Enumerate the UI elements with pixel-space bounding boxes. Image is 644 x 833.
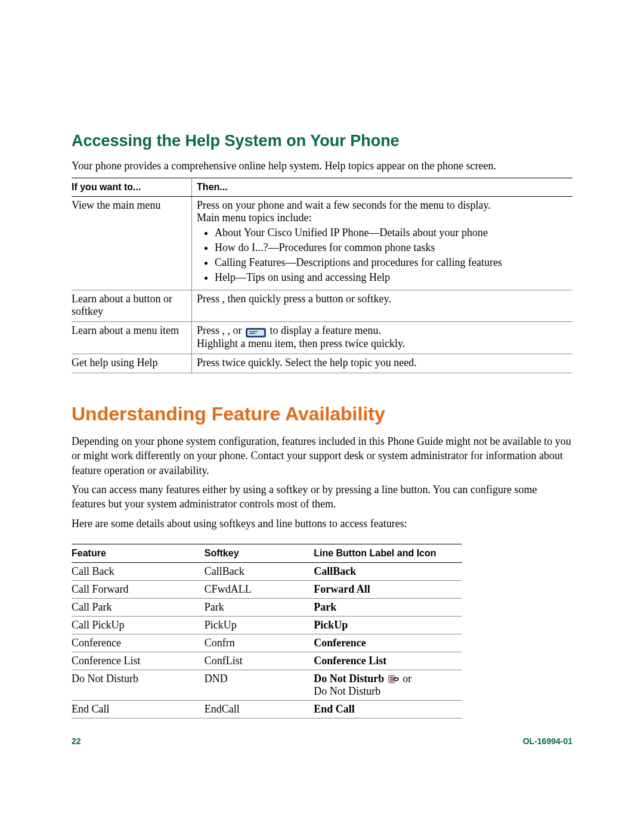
table-row: Learn about a menu item Press , , or [72,322,572,354]
feature-cell: Call PickUp [72,616,205,634]
help-row-left: Learn about a button or softkey [72,290,192,322]
text: Press [197,324,222,336]
text: Press [197,357,222,368]
softkey-cell: Confrn [205,634,314,652]
line-button-cell: Conference [314,634,462,652]
feature-cell: Call Park [72,598,205,616]
text: Press [197,293,222,305]
text: Press [197,199,222,211]
line-button-cell: Conference List [314,652,462,670]
help-row-left: View the main menu [72,197,192,290]
table-row: Learn about a button or softkey Press , … [72,290,572,322]
text: Highlight a menu item, then press [197,337,345,349]
feature-cell: Conference List [72,652,205,670]
list-item: About Your Cisco Unified IP Phone—Detail… [215,227,568,239]
line-button-cell: Park [314,598,462,616]
svg-rect-3 [249,333,255,335]
section-heading-help: Accessing the Help System on Your Phone [72,131,572,151]
help-row-right: Press , , or to display a feature me [192,322,572,354]
table-row: Call PickUpPickUpPickUp [72,616,462,634]
softkey-cell: ConfList [205,652,314,670]
feature-col: Feature [72,544,205,562]
table-row: View the main menu Press on your phone a… [72,197,572,290]
feature-cell: Call Back [72,562,205,580]
svg-rect-8 [390,680,394,682]
page-footer: 22 OL-16994-01 [72,736,572,746]
line-button-cell: Do Not Disturb orDo Not Disturb [314,670,462,700]
softkey-cell: DND [205,670,314,700]
line-button-cell: End Call [314,700,462,718]
availability-p1: Depending on your phone system configura… [72,434,572,478]
svg-rect-6 [390,677,394,678]
table-row: Conference ListConfListConference List [72,652,462,670]
features-table: Feature Softkey Line Button Label and Ic… [72,544,462,719]
softkey-cell: Park [205,598,314,616]
softkey-cell: PickUp [205,616,314,634]
svg-rect-1 [247,330,264,336]
text: , or [228,324,245,336]
document-page: Accessing the Help System on Your Phone … [0,0,644,770]
help-row-right: Press on your phone and wait a few secon… [192,197,572,290]
help-row-left: Learn about a menu item [72,322,192,354]
help-row-right: Press twice quickly. Select the help top… [192,354,572,373]
svg-rect-10 [395,679,398,680]
svg-rect-7 [390,679,394,680]
line-button-cell: Forward All [314,580,462,598]
help-col-if: If you want to... [72,178,192,197]
softkey-cell: CallBack [205,562,314,580]
help-row-right: Press , then quickly press a button or s… [192,290,572,322]
table-row: Call ForwardCFwdALLForward All [72,580,462,598]
text: , then quickly press a button or softkey… [222,293,391,305]
text: twice quickly. Select the help topic you… [222,357,417,368]
line-col: Line Button Label and Icon [314,544,462,562]
table-row: Call BackCallBackCallBack [72,562,462,580]
availability-p2: You can access many features either by u… [72,482,572,512]
softkey-col: Softkey [205,544,314,562]
document-id: OL-16994-01 [523,736,572,746]
dnd-icon [388,675,399,683]
feature-cell: End Call [72,700,205,718]
menu-button-icon [246,324,266,337]
help-col-then: Then... [192,178,572,197]
text: Main menu topics include: [197,212,568,224]
table-row: Do Not DisturbDNDDo Not Disturb orDo Not… [72,670,462,700]
availability-p3: Here are some details about using softke… [72,516,572,531]
softkey-cell: CFwdALL [205,580,314,598]
help-row-left: Get help using Help [72,354,192,373]
table-row: Get help using Help Press twice quickly.… [72,354,572,373]
feature-cell: Conference [72,634,205,652]
line-button-cell: PickUp [314,616,462,634]
text: twice quickly. [345,337,405,349]
svg-rect-2 [249,332,258,333]
list-item: Calling Features—Descriptions and proced… [215,256,568,269]
table-row: Call ParkParkPark [72,598,462,616]
feature-cell: Do Not Disturb [72,670,205,700]
text: to display a feature menu. [270,324,381,336]
help-table: If you want to... Then... View the main … [72,178,572,373]
bullet-list: About Your Cisco Unified IP Phone—Detail… [215,227,568,284]
line-button-cell: CallBack [314,562,462,580]
text: on your phone and wait a few seconds for… [222,199,491,211]
list-item: Help—Tips on using and accessing Help [215,271,568,284]
help-intro-paragraph: Your phone provides a comprehensive onli… [72,159,572,173]
softkey-cell: EndCall [205,700,314,718]
section-heading-availability: Understanding Feature Availability [72,402,572,426]
feature-cell: Call Forward [72,580,205,598]
table-row: End CallEndCallEnd Call [72,700,462,718]
text: , [222,324,228,336]
table-row: ConferenceConfrnConference [72,634,462,652]
page-number: 22 [72,736,81,746]
list-item: How do I...?—Procedures for common phone… [215,241,568,254]
